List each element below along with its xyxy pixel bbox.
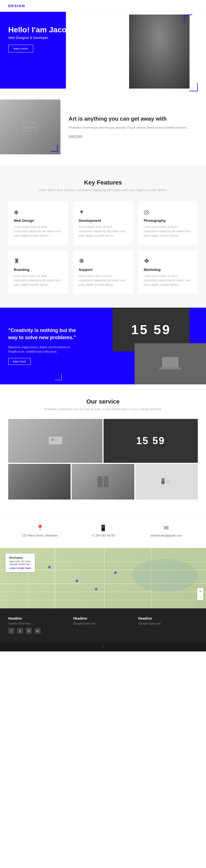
social-icon-3[interactable]: in bbox=[34, 628, 41, 634]
svg-rect-3 bbox=[159, 367, 181, 370]
art-image: CEREAL bbox=[0, 99, 60, 154]
contact-email-item: ✉ webmaster@gmail.com bbox=[135, 525, 198, 537]
hero-person-image bbox=[129, 14, 189, 89]
svg-text:G: G bbox=[166, 479, 170, 484]
service-grid-bottom: 📱 G bbox=[8, 464, 198, 499]
footer-col-title-0: Headline bbox=[8, 617, 68, 620]
feature-card-4: ❋ Support Lorem ipsum dolor sit amet, co… bbox=[73, 250, 133, 294]
map-info-box: Manhattan New York, NY, USA Sample Foote… bbox=[5, 554, 35, 572]
map-info-link[interactable]: Large Google Maps bbox=[9, 567, 31, 569]
svg-text:CEREAL: CEREAL bbox=[25, 126, 36, 129]
social-icon-0[interactable]: f bbox=[8, 628, 14, 634]
footer-col-title-2: Headline bbox=[138, 617, 198, 620]
feature-name-5: Marketing bbox=[144, 268, 192, 272]
footer-dot: • bbox=[102, 644, 104, 649]
feature-card-5: ❖ Marketing Lorem ipsum dolor sit amet, … bbox=[138, 250, 198, 294]
bracket-top-left bbox=[184, 14, 192, 23]
feature-desc-2: Lorem ipsum dolor sit amet, consectetur … bbox=[144, 225, 192, 238]
svg-rect-2 bbox=[162, 357, 179, 367]
contact-address: 123 West Street, Newtown bbox=[8, 534, 71, 537]
art-read-more-link[interactable]: read more bbox=[69, 134, 82, 138]
person-figure bbox=[129, 14, 189, 89]
art-section: CEREAL Art is anything you can get away … bbox=[0, 99, 206, 165]
contact-email: webmaster@gmail.com bbox=[135, 534, 198, 537]
features-section: Key Features Lorem ipsum dolor sit amet,… bbox=[0, 165, 206, 308]
svg-point-5 bbox=[51, 438, 54, 441]
svg-text:📱: 📱 bbox=[160, 478, 166, 485]
feature-icon-3: ♜ bbox=[14, 257, 62, 265]
art-content: Art is anything you can get away with Ph… bbox=[69, 110, 198, 144]
art-description: Phasellus scelerisque sed leo quis gravi… bbox=[69, 125, 189, 130]
header: DESIGN bbox=[0, 0, 206, 12]
quote-section: "Creativity is nothing but the way to so… bbox=[0, 308, 206, 384]
svg-point-20 bbox=[76, 580, 78, 582]
service-img-5-inner: 📱 G bbox=[135, 464, 198, 499]
footer-grid: Headline Sample footer text fyGin Headli… bbox=[0, 608, 206, 642]
service-img-3-inner bbox=[8, 464, 71, 499]
map-zoom-out[interactable]: − bbox=[197, 594, 203, 600]
map-zoom-in[interactable]: + bbox=[197, 588, 203, 594]
footer-social: fyGin bbox=[8, 628, 68, 634]
feature-icon-2: ◎ bbox=[144, 208, 192, 216]
footer-col-2: Headline Sample footer text bbox=[138, 617, 198, 634]
hero-section: Hello! I'am Jacob Oram Web Designer & De… bbox=[0, 12, 206, 94]
contact-phone: +1 254 567 89 00 bbox=[71, 534, 135, 537]
footer-col-text-2: Sample footer text bbox=[138, 622, 198, 625]
bracket-bottom-right bbox=[189, 83, 198, 91]
svg-point-23 bbox=[48, 566, 51, 568]
location-icon: 📍 bbox=[8, 525, 71, 532]
feature-name-2: Photography bbox=[144, 218, 192, 223]
quote-cta-button[interactable]: learn more bbox=[8, 358, 31, 365]
feature-icon-4: ❋ bbox=[79, 257, 127, 265]
laptop-inner bbox=[135, 343, 206, 384]
feature-card-2: ◎ Photography Lorem ipsum dolor sit amet… bbox=[138, 201, 198, 245]
service-grid-top: 15 59 bbox=[8, 419, 198, 463]
features-title: Key Features bbox=[8, 179, 198, 186]
feature-icon-1: ✦ bbox=[79, 208, 127, 216]
feature-desc-5: Lorem ipsum dolor sit amet, consectetur … bbox=[144, 274, 192, 287]
header-logo: DESIGN bbox=[8, 4, 25, 8]
service-image-4 bbox=[72, 464, 134, 499]
feature-card-3: ♜ Branding Lorem ipsum dolor sit amet, c… bbox=[8, 250, 68, 294]
quote-text: "Creativity is nothing but the way to so… bbox=[8, 327, 77, 341]
map-controls: + − bbox=[197, 588, 203, 600]
social-icon-1[interactable]: y bbox=[17, 628, 23, 634]
footer-col-title-1: Headline bbox=[73, 617, 133, 620]
contact-section: 📍 123 West Street, Newtown 📱 +1 254 567 … bbox=[0, 513, 206, 548]
service-subtitle: Phasellus scelerisque sed leo quis gravi… bbox=[8, 407, 198, 411]
service-title: Our service bbox=[8, 398, 198, 405]
quote-bracket bbox=[55, 373, 62, 380]
quote-content: "Creativity is nothing but the way to so… bbox=[8, 327, 77, 365]
svg-point-22 bbox=[95, 588, 98, 591]
feature-name-0: Web Design bbox=[14, 218, 62, 223]
feature-card-0: ◈ Web Design Lorem ipsum dolor sit amet,… bbox=[8, 201, 68, 245]
service-img-1-inner bbox=[8, 419, 102, 463]
art-bracket bbox=[51, 145, 58, 152]
social-icon-2[interactable]: G bbox=[26, 628, 32, 634]
map-section: Manhattan New York, NY, USA Sample Foote… bbox=[0, 548, 206, 608]
service-img-4-inner bbox=[72, 464, 134, 499]
svg-point-19 bbox=[132, 559, 198, 592]
svg-point-21 bbox=[114, 571, 117, 574]
feature-name-4: Support bbox=[79, 268, 127, 272]
feature-icon-0: ◈ bbox=[14, 208, 62, 216]
hero-cta-button[interactable]: learn more bbox=[8, 45, 33, 52]
hero-heading: Hello! I'am Jacob Oram bbox=[8, 26, 94, 34]
svg-rect-6 bbox=[98, 476, 102, 487]
svg-rect-4 bbox=[49, 437, 62, 444]
art-title: Art is anything you can get away with bbox=[69, 116, 189, 122]
map-info-zip: Sample Footer text bbox=[9, 563, 31, 566]
service-image-3 bbox=[8, 464, 71, 499]
footer-bottom: • bbox=[0, 642, 206, 651]
feature-desc-4: Lorem ipsum dolor sit amet, consectetur … bbox=[79, 274, 127, 287]
map-info-title: Manhattan bbox=[9, 556, 31, 559]
hero-subtitle: Web Designer & Developer bbox=[8, 36, 94, 40]
feature-icon-5: ❖ bbox=[144, 257, 192, 265]
features-grid: ◈ Web Design Lorem ipsum dolor sit amet,… bbox=[8, 201, 198, 294]
email-icon: ✉ bbox=[135, 525, 198, 532]
map-info-address: New York, NY, USA bbox=[9, 560, 31, 563]
contact-address-item: 📍 123 West Street, Newtown bbox=[8, 525, 71, 537]
feature-desc-3: Lorem ipsum dolor sit amet, consectetur … bbox=[14, 274, 62, 287]
feature-card-1: ✦ Development Lorem ipsum dolor sit amet… bbox=[73, 201, 133, 245]
service-image-1 bbox=[8, 419, 102, 463]
